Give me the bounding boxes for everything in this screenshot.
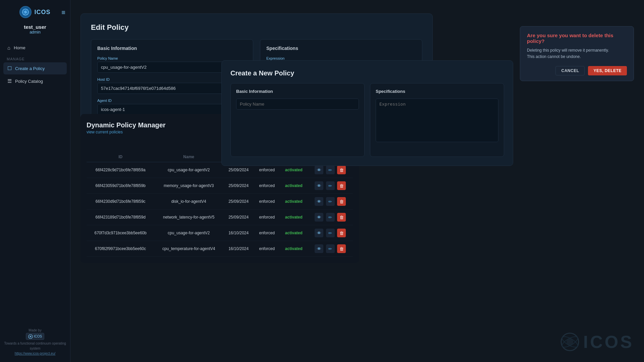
delete-dialog-actions: CANCEL YES, DELETE	[527, 66, 627, 75]
cell-status: activated	[280, 241, 308, 257]
create-policy-icon: ☐	[7, 65, 12, 71]
table-row: 66f4230d9d71bc6fe78f859c disk_io-for-age…	[87, 194, 353, 209]
edit-button[interactable]: ✏	[326, 213, 335, 222]
sidebar-footer: Made by ICOS Towards a functional contin…	[0, 324, 70, 359]
cell-status: activated	[280, 209, 308, 225]
modal-basic-info-title: Basic Information	[236, 89, 359, 94]
sidebar-footer-logo: ICOS	[0, 333, 70, 340]
yes-delete-button[interactable]: YES, DELETE	[588, 66, 627, 75]
watermark: ICOS	[560, 332, 634, 352]
edit-button[interactable]: ✏	[326, 244, 335, 253]
watermark-text: ICOS	[583, 332, 634, 352]
cell-name: cpu_usage-for-agentV2	[154, 162, 223, 178]
edit-button[interactable]: ✏	[326, 181, 335, 190]
cell-name: cpu_temperature-for-agentV4	[154, 241, 223, 257]
delete-dialog-line2: This action cannot be undone.	[527, 54, 581, 59]
cell-id: 66f423059d71bc6fe78f859b	[87, 178, 154, 194]
sidebar-logo-text: ICOS	[34, 9, 50, 16]
cell-actions: 👁 ✏ 🗑	[308, 178, 353, 194]
sidebar-catalog-label: Policy Catalog	[15, 79, 43, 84]
sidebar-username: test_user	[24, 24, 46, 30]
cell-id: 670f82f9971bcee3bb5ee60c	[87, 241, 154, 257]
delete-button[interactable]: 🗑	[337, 197, 346, 206]
sidebar-made-by: Made by	[0, 328, 70, 333]
main-content: Edit Policy Basic Information Policy Nam…	[70, 0, 644, 362]
modal-sections: Basic Information Specifications	[230, 83, 504, 157]
sidebar-user-role: admin	[24, 30, 46, 35]
status-badge: activated	[285, 231, 303, 235]
cell-name: memory_usage-for-agentV3	[154, 178, 223, 194]
delete-button[interactable]: 🗑	[337, 229, 346, 237]
table-row: 670f7d3c971bcee3bb5ee60b cpu_usage-for-a…	[87, 225, 353, 241]
status-badge: activated	[285, 168, 303, 172]
view-button[interactable]: 👁	[315, 166, 323, 174]
cell-id: 670f7d3c971bcee3bb5ee60b	[87, 225, 154, 241]
specs-title: Specifications	[266, 46, 416, 51]
delete-dialog-body: Deleting this policy will remove it perm…	[527, 47, 627, 60]
delete-button[interactable]: 🗑	[337, 213, 346, 222]
status-badge: activated	[285, 183, 303, 188]
cell-name: disk_io-for-agentV4	[154, 194, 223, 209]
footer-logo-badge: ICOS	[26, 333, 44, 340]
icos-logo-icon	[19, 6, 32, 18]
cell-id: 66f4228c9d71bc6fe78f859a	[87, 162, 154, 178]
cell-phase: enforced	[254, 209, 280, 225]
view-button[interactable]: 👁	[315, 244, 323, 253]
col-name: Name	[154, 152, 223, 162]
sidebar-item-home[interactable]: ⌂ Home	[3, 42, 67, 54]
edit-policy-title: Edit Policy	[91, 23, 422, 32]
sidebar-create-policy-label: Create a Policy	[15, 66, 45, 71]
delete-button[interactable]: 🗑	[337, 244, 346, 253]
sidebar-item-policy-catalog[interactable]: ☰ Policy Catalog	[3, 75, 67, 87]
delete-dialog: Are you sure you want to delete this pol…	[520, 26, 634, 81]
cell-created: 16/10/2024	[223, 241, 254, 257]
view-button[interactable]: 👁	[315, 229, 323, 237]
sidebar-manage-label: Manage	[3, 54, 67, 62]
cell-phase: enforced	[254, 194, 280, 209]
status-badge: activated	[285, 215, 303, 220]
delete-button[interactable]: 🗑	[337, 166, 346, 174]
cell-actions: 👁 ✏ 🗑	[308, 225, 353, 241]
sidebar: ICOS ≡ test_user admin ⌂ Home Manage ☐ C…	[0, 0, 70, 362]
cell-actions: 👁 ✏ 🗑	[308, 209, 353, 225]
view-button[interactable]: 👁	[315, 197, 323, 206]
delete-dialog-title: Are you sure you want to delete this pol…	[527, 33, 627, 44]
cell-phase: enforced	[254, 241, 280, 257]
home-icon: ⌂	[7, 45, 10, 51]
create-policy-modal-title: Create a New Policy	[230, 69, 504, 77]
cell-created: 25/09/2024	[223, 209, 254, 225]
modal-policy-name-input[interactable]	[236, 99, 359, 110]
edit-button[interactable]: ✏	[326, 229, 335, 237]
delete-button[interactable]: 🗑	[337, 181, 346, 190]
delete-dialog-line1: Deleting this policy will remove it perm…	[527, 48, 609, 53]
cell-created: 25/09/2024	[223, 178, 254, 194]
sidebar-nav: ⌂ Home Manage ☐ Create a Policy ☰ Policy…	[0, 42, 70, 88]
cell-actions: 👁 ✏ 🗑	[308, 194, 353, 209]
svg-point-4	[30, 336, 31, 338]
create-policy-modal: Create a New Policy Basic Information Sp…	[221, 60, 513, 166]
cell-id: 66f4230d9d71bc6fe78f859c	[87, 194, 154, 209]
table-row: 66f423189d71bc6fe78f859d network_latency…	[87, 209, 353, 225]
sidebar-footer-link[interactable]: https://www.icos-project.eu/	[0, 351, 70, 356]
modal-expression-input[interactable]	[376, 99, 498, 142]
cell-phase: enforced	[254, 225, 280, 241]
edit-button[interactable]: ✏	[326, 197, 335, 206]
hamburger-menu[interactable]: ≡	[61, 9, 65, 16]
modal-specs: Specifications	[370, 83, 504, 157]
table-row: 670f82f9971bcee3bb5ee60c cpu_temperature…	[87, 241, 353, 257]
cell-status: activated	[280, 178, 308, 194]
basic-info-title: Basic Information	[97, 46, 247, 51]
edit-button[interactable]: ✏	[326, 166, 335, 174]
status-badge: activated	[285, 246, 303, 251]
policy-table-body: 66f4228c9d71bc6fe78f859a cpu_usage-for-a…	[87, 162, 353, 257]
modal-specs-card: Specifications	[370, 83, 504, 157]
modal-basic-info-card: Basic Information	[230, 83, 365, 157]
sidebar-item-create-policy[interactable]: ☐ Create a Policy	[3, 62, 67, 74]
sidebar-user: test_user admin	[24, 24, 46, 35]
cancel-button[interactable]: CANCEL	[555, 66, 585, 75]
col-id: ID	[87, 152, 154, 162]
modal-basic-info: Basic Information	[230, 83, 365, 157]
view-button[interactable]: 👁	[315, 181, 323, 190]
view-button[interactable]: 👁	[315, 213, 323, 222]
cell-actions: 👁 ✏ 🗑	[308, 241, 353, 257]
